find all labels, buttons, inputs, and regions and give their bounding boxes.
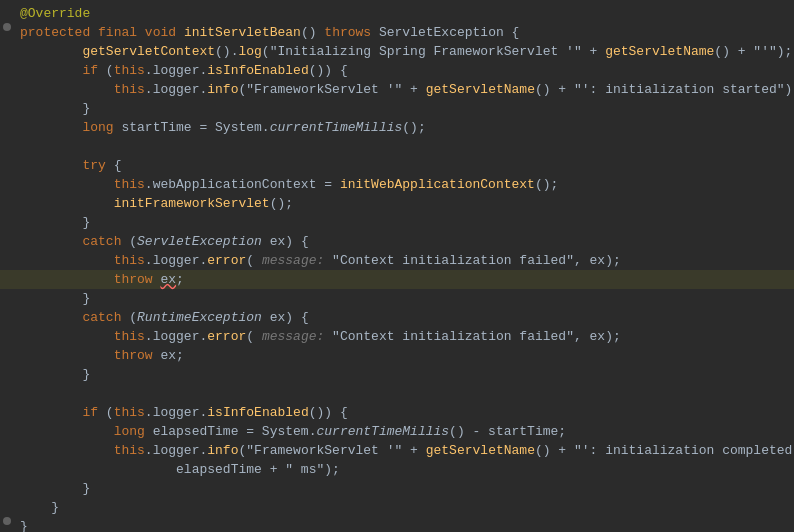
code-line: this.logger.error( message: "Context ini… — [0, 327, 794, 346]
code-line: catch (RuntimeException ex) { — [0, 308, 794, 327]
line-text: throw ex; — [14, 346, 794, 365]
code-line: } — [0, 213, 794, 232]
code-line: if (this.logger.isInfoEnabled()) { — [0, 403, 794, 422]
line-text: this.logger.info("FrameworkServlet '" + … — [14, 80, 794, 99]
code-line: } — [0, 498, 794, 517]
code-line: long elapsedTime = System.currentTimeMil… — [0, 422, 794, 441]
code-line — [0, 384, 794, 403]
line-text: throw ex; — [14, 270, 794, 289]
line-text: } — [14, 289, 794, 308]
line-gutter — [0, 23, 14, 31]
code-line: catch (ServletException ex) { — [0, 232, 794, 251]
code-line: this.logger.error( message: "Context ini… — [0, 251, 794, 270]
line-text: try { — [14, 156, 794, 175]
code-line: @Override — [0, 4, 794, 23]
line-gutter — [0, 517, 14, 525]
code-line: long startTime = System.currentTimeMilli… — [0, 118, 794, 137]
line-text: this.logger.info("FrameworkServlet '" + … — [14, 441, 794, 460]
code-line: throw ex; — [0, 270, 794, 289]
line-text: } — [14, 479, 794, 498]
code-editor: @Overrideprotected final void initServle… — [0, 0, 794, 532]
line-text: catch (RuntimeException ex) { — [14, 308, 794, 327]
line-text: } — [14, 365, 794, 384]
line-text: @Override — [14, 4, 794, 23]
code-line: } — [0, 289, 794, 308]
code-line: this.logger.info("FrameworkServlet '" + … — [0, 441, 794, 460]
code-line — [0, 137, 794, 156]
code-line: elapsedTime + " ms"); — [0, 460, 794, 479]
line-text: } — [14, 498, 794, 517]
line-text: long elapsedTime = System.currentTimeMil… — [14, 422, 794, 441]
line-text: getServletContext().log("Initializing Sp… — [14, 42, 794, 61]
line-text: this.logger.error( message: "Context ini… — [14, 327, 794, 346]
line-text: this.webApplicationContext = initWebAppl… — [14, 175, 794, 194]
code-line: throw ex; — [0, 346, 794, 365]
code-line: try { — [0, 156, 794, 175]
line-text: protected final void initServletBean() t… — [14, 23, 794, 42]
line-text: catch (ServletException ex) { — [14, 232, 794, 251]
line-text: } — [14, 99, 794, 118]
code-line: } — [0, 99, 794, 118]
code-line: } — [0, 517, 794, 532]
code-line: initFrameworkServlet(); — [0, 194, 794, 213]
line-text: if (this.logger.isInfoEnabled()) { — [14, 403, 794, 422]
code-line: if (this.logger.isInfoEnabled()) { — [0, 61, 794, 80]
code-line: this.webApplicationContext = initWebAppl… — [0, 175, 794, 194]
line-text: } — [14, 517, 794, 532]
code-line: this.logger.info("FrameworkServlet '" + … — [0, 80, 794, 99]
code-line: } — [0, 365, 794, 384]
code-line: protected final void initServletBean() t… — [0, 23, 794, 42]
line-text: elapsedTime + " ms"); — [14, 460, 794, 479]
code-line: getServletContext().log("Initializing Sp… — [0, 42, 794, 61]
line-text: this.logger.error( message: "Context ini… — [14, 251, 794, 270]
line-text: if (this.logger.isInfoEnabled()) { — [14, 61, 794, 80]
code-line: } — [0, 479, 794, 498]
line-text: } — [14, 213, 794, 232]
line-text: long startTime = System.currentTimeMilli… — [14, 118, 794, 137]
line-text: initFrameworkServlet(); — [14, 194, 794, 213]
